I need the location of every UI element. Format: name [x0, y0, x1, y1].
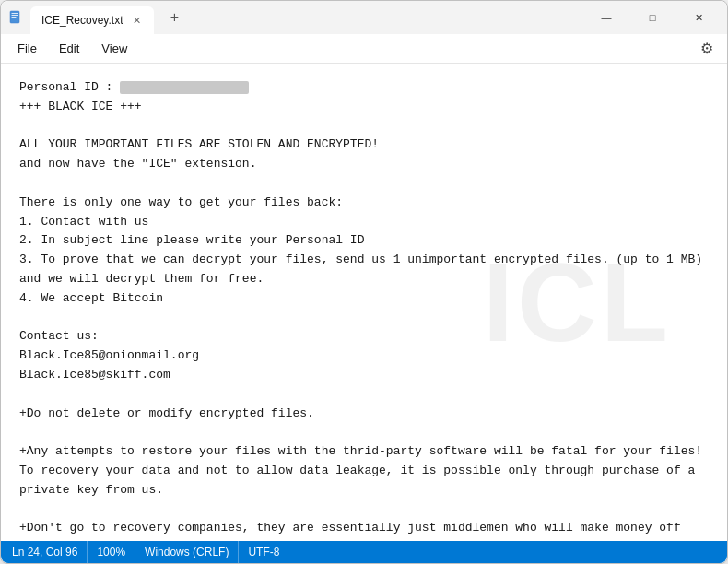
content-line-2: and now have the "ICE" extension. — [19, 155, 709, 174]
menu-view[interactable]: View — [92, 38, 136, 59]
content-line-18: To recovery your data and not to allow d… — [19, 462, 709, 481]
content-line-12: Black.Ice85@onionmail.org — [19, 347, 709, 366]
header-text: +++ BLACK ICE +++ — [19, 100, 142, 113]
content-line-13: Black.Ice85@skiff.com — [19, 366, 709, 385]
tab-label: ICE_Recovey.txt — [41, 14, 123, 27]
content-line-5: 1. Contact with us — [19, 213, 709, 232]
content-line-20 — [19, 500, 709, 520]
content-line-0 — [19, 117, 709, 136]
svg-rect-2 — [12, 15, 18, 16]
title-bar: ICE_Recovey.txt ✕ + — □ ✕ — [1, 1, 727, 34]
maximize-button[interactable]: □ — [631, 3, 674, 32]
window-controls: — □ ✕ — [585, 3, 720, 32]
text-content[interactable]: Personal ID : +++ BLACK ICE +++ ALL YOUR… — [1, 64, 727, 541]
svg-rect-3 — [12, 17, 17, 18]
status-line-col: Ln 24, Col 96 — [12, 541, 88, 563]
active-tab[interactable]: ICE_Recovey.txt ✕ — [30, 6, 154, 34]
content-line-9: 4. We accept Bitcoin — [19, 289, 709, 309]
content-line-15: +Do not delete or modify encrypted files… — [19, 405, 709, 424]
header-line: +++ BLACK ICE +++ — [19, 98, 709, 117]
content-line-4: There is only one way to get your files … — [19, 194, 709, 213]
main-window: ICE_Recovey.txt ✕ + — □ ✕ File Edit View… — [0, 0, 728, 564]
personal-id-value — [120, 81, 249, 94]
content-line-6: 2. In subject line please write your Per… — [19, 231, 709, 251]
tab-close-button[interactable]: ✕ — [130, 14, 143, 27]
menu-bar: File Edit View ⚙ — [1, 34, 727, 64]
status-line-ending: Windows (CRLF) — [135, 541, 239, 563]
content-line-10 — [19, 309, 709, 328]
status-encoding: UTF-8 — [239, 541, 288, 563]
content-line-3 — [19, 174, 709, 194]
content-line-7: 3. To prove that we can decrypt your fil… — [19, 251, 709, 270]
content-line-8: and we will decrypt them for free. — [19, 270, 709, 289]
minimize-button[interactable]: — — [585, 3, 628, 32]
status-bar: Ln 24, Col 96 100% Windows (CRLF) UTF-8 — [1, 541, 727, 563]
content-line-11: Contact us: — [19, 327, 709, 347]
status-zoom: 100% — [88, 541, 135, 563]
title-bar-left: ICE_Recovey.txt ✕ + — [8, 1, 585, 34]
content-line-17: +Any attempts to restore your files with… — [19, 442, 709, 462]
content-body: ALL YOUR IMPORTANT FILES ARE STOLEN AND … — [19, 117, 709, 541]
app-icon — [8, 10, 23, 25]
content-line-1: ALL YOUR IMPORTANT FILES ARE STOLEN AND … — [19, 135, 709, 155]
settings-icon[interactable]: ⚙ — [694, 36, 720, 62]
new-tab-button[interactable]: + — [161, 5, 187, 30]
content-line-16 — [19, 423, 709, 442]
menu-edit[interactable]: Edit — [50, 38, 88, 59]
close-button[interactable]: ✕ — [677, 3, 720, 32]
content-line-19: private key from us. — [19, 481, 709, 500]
menu-items: File Edit View — [8, 38, 136, 59]
personal-id-label: Personal ID : — [19, 80, 112, 94]
personal-id-line: Personal ID : — [19, 78, 709, 98]
content-line-14 — [19, 385, 709, 405]
content-line-21: +Don't go to recovery companies, they ar… — [19, 519, 709, 541]
svg-rect-1 — [12, 13, 18, 14]
menu-file[interactable]: File — [8, 38, 46, 59]
